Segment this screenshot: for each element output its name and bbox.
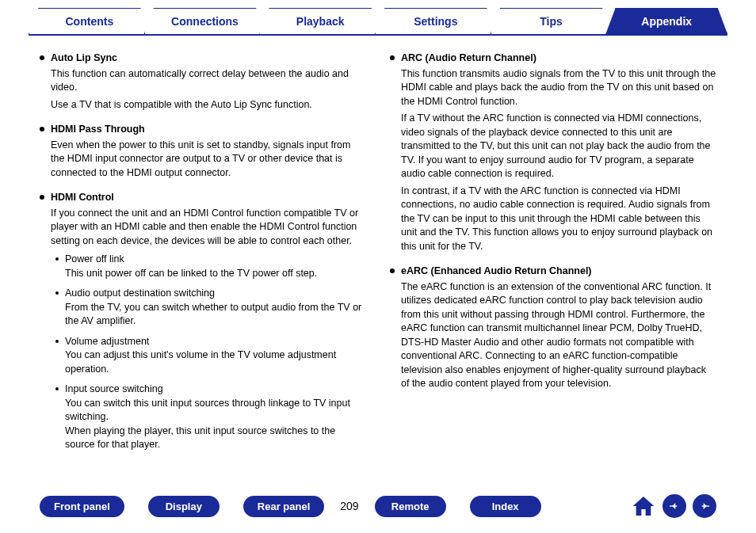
top-tabs: Contents Connections Playback Settings T… xyxy=(0,0,756,34)
sub-body: When playing the player, this unit input… xyxy=(65,425,335,451)
prev-page-button[interactable] xyxy=(662,494,686,518)
item-earc: eARC (Enhanced Audio Return Channel) The… xyxy=(390,265,716,391)
sub-body: You can switch this unit input sources t… xyxy=(65,398,350,423)
footer-buttons-right: Remote Index xyxy=(375,496,541,517)
content-area: Auto Lip Sync This function can automati… xyxy=(0,36,756,471)
item-title: Auto Lip Sync xyxy=(51,51,366,66)
body-text: This function can automatically correct … xyxy=(51,67,366,95)
item-body: The eARC function is an extension of the… xyxy=(401,280,716,391)
svg-rect-0 xyxy=(670,505,677,506)
item-title: HDMI Pass Through xyxy=(51,123,366,137)
item-body: This function transmits audio signals fr… xyxy=(401,67,716,254)
body-text: This function transmits audio signals fr… xyxy=(401,67,716,109)
nav-icons xyxy=(631,493,716,519)
front-panel-button[interactable]: Front panel xyxy=(40,496,124,517)
sub-title: Audio output destination switching xyxy=(65,287,366,301)
sub-title: Power off link xyxy=(65,253,366,267)
body-text: Even when the power to this unit is set … xyxy=(51,139,366,181)
item-title: ARC (Audio Return Channel) xyxy=(401,51,716,66)
sub-item-input-source-switching: Input source switching You can switch th… xyxy=(55,383,366,452)
item-title: eARC (Enhanced Audio Return Channel) xyxy=(401,265,716,279)
tab-connections[interactable]: Connections xyxy=(144,8,266,34)
sub-item-audio-output-switching: Audio output destination switching From … xyxy=(55,287,366,329)
item-auto-lip-sync: Auto Lip Sync This function can automati… xyxy=(40,51,366,112)
sub-title: Volume adjustment xyxy=(65,335,366,349)
footer: Front panel Display Rear panel 209 Remot… xyxy=(0,493,756,519)
item-title: HDMI Control xyxy=(51,191,366,205)
body-text: If you connect the unit and an HDMI Cont… xyxy=(51,207,366,249)
body-text: In contrast, if a TV with the ARC functi… xyxy=(401,185,716,254)
item-body: Even when the power to this unit is set … xyxy=(51,139,366,181)
tab-settings[interactable]: Settings xyxy=(375,8,497,34)
home-icon[interactable] xyxy=(631,493,656,519)
footer-buttons-left: Front panel Display Rear panel xyxy=(40,496,324,517)
tab-contents[interactable]: Contents xyxy=(29,8,151,34)
item-body: This function can automatically correct … xyxy=(51,67,366,112)
sublist: Power off link This unit power off can b… xyxy=(55,253,366,452)
body-text: If a TV without the ARC function is conn… xyxy=(401,112,716,181)
body-text: Use a TV that is compatible with the Aut… xyxy=(51,98,366,112)
next-page-button[interactable] xyxy=(693,494,716,518)
sub-body: This unit power off can be linked to the… xyxy=(65,268,317,279)
sub-item-volume-adjustment: Volume adjustment You can adjust this un… xyxy=(55,335,366,377)
rear-panel-button[interactable]: Rear panel xyxy=(243,496,324,517)
item-hdmi-control: HDMI Control If you connect the unit and… xyxy=(40,191,366,452)
remote-button[interactable]: Remote xyxy=(375,496,446,517)
sub-body: From the TV, you can switch whether to o… xyxy=(65,302,361,327)
body-text: The eARC function is an extension of the… xyxy=(401,280,716,391)
right-column: ARC (Audio Return Channel) This function… xyxy=(390,51,716,463)
item-body: If you connect the unit and an HDMI Cont… xyxy=(51,207,366,452)
tab-playback[interactable]: Playback xyxy=(259,8,381,34)
sub-item-power-off-link: Power off link This unit power off can b… xyxy=(55,253,366,280)
item-arc: ARC (Audio Return Channel) This function… xyxy=(390,51,716,253)
item-hdmi-pass-through: HDMI Pass Through Even when the power to… xyxy=(40,123,366,180)
page-number: 209 xyxy=(340,500,358,512)
left-column: Auto Lip Sync This function can automati… xyxy=(40,51,366,463)
tab-appendix[interactable]: Appendix xyxy=(605,8,727,34)
tab-tips[interactable]: Tips xyxy=(491,8,613,34)
sub-title: Input source switching xyxy=(65,383,366,397)
index-button[interactable]: Index xyxy=(470,496,541,517)
svg-rect-1 xyxy=(702,505,709,506)
display-button[interactable]: Display xyxy=(148,496,220,517)
sub-body: You can adjust this unit's volume in the… xyxy=(65,349,336,375)
